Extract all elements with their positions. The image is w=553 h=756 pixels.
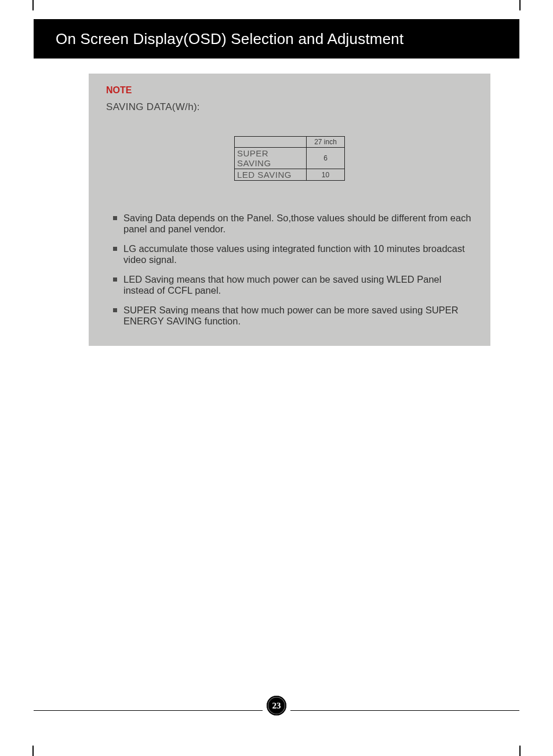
note-bullet-list: Saving Data depends on the Panel. So,tho… [106,213,473,327]
page-number-badge: 23 [267,696,286,715]
list-item: LED Saving means that how much power can… [113,274,473,297]
crop-mark [519,746,521,756]
crop-mark [519,0,521,10]
footer-rule [290,710,519,711]
page-title: On Screen Display(OSD) Selection and Adj… [56,30,403,48]
table-header-cell: 27 inch [307,137,345,148]
table-cell-label: LED SAVING [235,169,307,181]
table-row: LED SAVING 10 [235,169,345,181]
note-box: NOTE SAVING DATA(W/h): 27 inch SUPER SAV… [89,74,490,346]
table-cell-value: 10 [307,169,345,181]
table-row: SUPER SAVING 6 [235,148,345,169]
page-number: 23 [272,701,281,711]
header-band: On Screen Display(OSD) Selection and Adj… [34,19,519,59]
list-item: Saving Data depends on the Panel. So,tho… [113,213,473,235]
table-cell-label: SUPER SAVING [235,148,307,169]
list-item: SUPER Saving means that how much power c… [113,305,473,327]
table-row: 27 inch [235,137,345,148]
table-cell-empty [235,137,307,148]
footer-rule [34,710,263,711]
crop-mark [32,0,34,10]
table-cell-value: 6 [307,148,345,169]
note-subtitle: SAVING DATA(W/h): [106,101,473,113]
list-item: LG accumulate those values using integra… [113,243,473,266]
note-label: NOTE [106,85,473,96]
saving-data-table: 27 inch SUPER SAVING 6 LED SAVING 10 [234,136,345,181]
crop-mark [32,746,34,756]
